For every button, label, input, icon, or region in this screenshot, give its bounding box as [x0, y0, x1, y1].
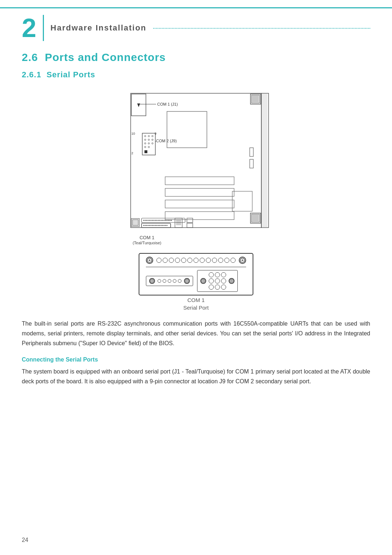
pin — [187, 258, 192, 263]
svg-point-68 — [156, 220, 158, 221]
svg-rect-104 — [187, 223, 193, 228]
pin — [221, 278, 226, 283]
svg-point-91 — [159, 225, 160, 226]
pin — [181, 258, 186, 263]
svg-point-86 — [152, 225, 153, 226]
pin — [156, 258, 162, 263]
svg-rect-27 — [250, 159, 253, 168]
body-text-1: The built-in serial ports are RS-232C as… — [22, 319, 370, 348]
pin — [169, 258, 174, 263]
screw-left-bottom — [149, 278, 155, 284]
connector-label: COM 1 — [187, 297, 205, 303]
svg-text:2: 2 — [131, 151, 133, 155]
pin — [212, 258, 217, 263]
svg-point-42 — [144, 146, 146, 148]
svg-point-89 — [156, 225, 158, 226]
svg-point-69 — [158, 220, 159, 221]
pin — [193, 258, 199, 263]
svg-point-43 — [148, 146, 150, 148]
svg-rect-0 — [131, 93, 261, 228]
pin — [230, 258, 236, 263]
svg-point-92 — [161, 225, 162, 226]
header-title-block: Hardware Installation — [50, 23, 370, 33]
svg-point-41 — [152, 143, 153, 144]
pin — [200, 258, 205, 263]
screw-right-bottom-left — [184, 278, 190, 284]
svg-point-94 — [164, 225, 165, 226]
pin-dot — [163, 279, 166, 283]
pin — [209, 278, 214, 283]
svg-point-77 — [170, 220, 171, 221]
svg-rect-26 — [250, 148, 253, 156]
svg-point-82 — [146, 225, 147, 226]
svg-point-85 — [151, 225, 152, 226]
screw-right-bottom-right-left — [200, 278, 206, 284]
pin — [221, 285, 226, 290]
svg-point-33 — [144, 135, 146, 137]
svg-point-80 — [143, 225, 144, 226]
svg-point-63 — [149, 220, 150, 221]
svg-point-90 — [158, 225, 159, 226]
svg-point-66 — [154, 220, 155, 221]
svg-point-67 — [155, 220, 156, 221]
svg-marker-31 — [137, 103, 140, 107]
svg-rect-79 — [142, 223, 171, 228]
pin-dot — [168, 279, 171, 283]
header-dots-decoration — [153, 28, 370, 29]
svg-point-60 — [145, 220, 146, 221]
svg-rect-52 — [165, 188, 234, 196]
svg-point-72 — [162, 220, 163, 221]
subheading-connecting: Connecting the Serial Ports — [22, 356, 370, 363]
pin-dot — [178, 279, 181, 283]
svg-text:(Teal/Turquoise): (Teal/Turquoise) — [132, 241, 161, 245]
svg-point-73 — [164, 220, 165, 221]
svg-point-39 — [144, 143, 146, 144]
svg-point-37 — [148, 139, 150, 140]
svg-point-83 — [148, 225, 149, 226]
svg-point-81 — [145, 225, 146, 226]
body-text-2: The system board is equipped with an onb… — [22, 367, 370, 386]
svg-rect-97 — [142, 223, 171, 228]
pin — [209, 272, 214, 277]
screw-right-top — [239, 257, 246, 264]
svg-rect-103 — [187, 218, 193, 223]
page-number: 24 — [22, 537, 28, 543]
connector-diagram — [139, 253, 253, 295]
svg-point-95 — [165, 225, 166, 226]
pin — [163, 258, 168, 263]
svg-point-87 — [154, 225, 155, 226]
svg-point-76 — [168, 220, 169, 221]
svg-rect-57 — [132, 220, 138, 225]
pin — [215, 278, 220, 283]
svg-point-84 — [149, 225, 150, 226]
chapter-title: Hardware Installation — [50, 23, 147, 33]
svg-text:9: 9 — [155, 132, 156, 135]
pin — [224, 258, 229, 263]
pin — [218, 258, 223, 263]
screw-left-top — [146, 257, 153, 264]
svg-point-74 — [165, 220, 166, 221]
section-title: 2.6 Ports and Connectors — [0, 41, 392, 66]
svg-point-35 — [152, 135, 153, 137]
screw-right-bottom-right — [229, 278, 234, 284]
connector-sublabel: Serial Port — [183, 305, 209, 311]
pin — [215, 285, 220, 290]
board-diagram-container: COM 1 (J1) 10 9 2 COM 2 (J9) — [0, 90, 392, 246]
svg-point-93 — [162, 225, 163, 226]
svg-rect-47 — [144, 150, 147, 153]
chapter-number: 2 — [22, 15, 44, 41]
svg-point-61 — [146, 220, 147, 221]
connector-row-2 — [146, 270, 246, 292]
svg-text:10: 10 — [131, 132, 135, 135]
svg-point-71 — [161, 220, 162, 221]
svg-rect-51 — [165, 177, 234, 185]
pin-dot — [173, 279, 176, 283]
connector-diagram-section: COM 1 Serial Port — [0, 253, 392, 311]
connector-row-1 — [146, 257, 246, 264]
svg-rect-55 — [232, 191, 252, 211]
svg-point-88 — [155, 225, 156, 226]
svg-point-65 — [152, 220, 153, 221]
svg-rect-54 — [165, 212, 234, 220]
svg-point-38 — [152, 139, 153, 140]
svg-point-75 — [167, 220, 168, 221]
